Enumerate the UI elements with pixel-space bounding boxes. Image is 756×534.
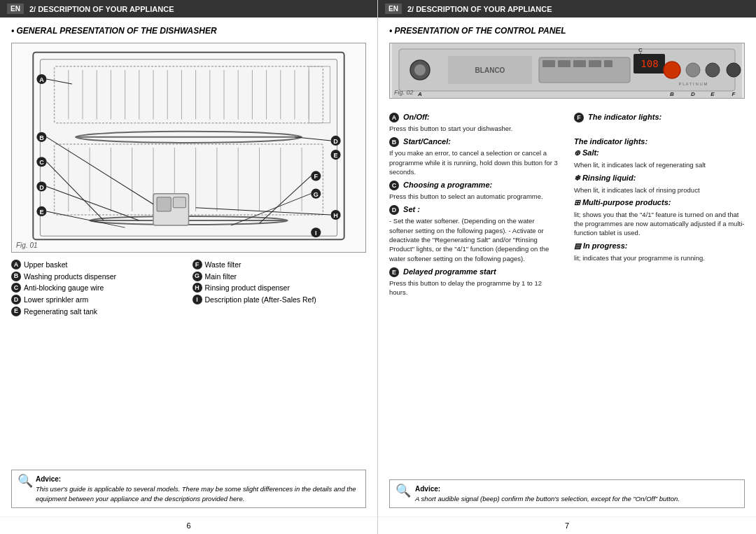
progress-label: In progress:: [583, 241, 628, 250]
rinsing-icon: ❄: [574, 174, 582, 182]
label-e: E Regenerating salt tank: [11, 307, 186, 317]
multipurpose-label: Multi-purpose products:: [582, 198, 671, 206]
svg-rect-83: [589, 60, 601, 67]
svg-point-87: [664, 62, 680, 78]
label-g: G Main filter: [192, 272, 367, 282]
svg-text:I: I: [315, 230, 317, 237]
desc-start-cancel: F The indicator lights:: [574, 113, 745, 133]
svg-text:D: D: [39, 184, 44, 191]
svg-point-88: [686, 63, 700, 77]
label-h: H Rinsing product dispenser: [192, 283, 367, 293]
svg-rect-82: [573, 60, 586, 67]
fig02-label: Fig. 02: [394, 89, 414, 96]
svg-text:B: B: [670, 91, 674, 97]
desc-delayed: E Delayed programme start Press this but…: [389, 267, 560, 297]
svg-text:A: A: [39, 76, 44, 83]
left-en-badge: EN: [7, 3, 24, 14]
svg-text:108: 108: [640, 58, 658, 69]
svg-point-98: [727, 63, 741, 77]
indicator-section: The indicator lights: ⊕ Salt: When lit, …: [574, 137, 745, 262]
svg-text:E: E: [39, 209, 43, 216]
label-d: D Lower sprinkler arm: [11, 295, 186, 305]
svg-text:C: C: [39, 159, 44, 166]
left-header-title: 2/ DESCRIPTION OF YOUR APPLIANCE: [29, 5, 174, 13]
svg-text:D: D: [691, 91, 695, 97]
indicator-progress: ▤ In progress:: [574, 241, 745, 250]
right-header-title: 2/ DESCRIPTION OF YOUR APPLIANCE: [407, 5, 552, 13]
indicator-lights-title: The indicator lights:: [574, 137, 745, 146]
control-panel-diagram: BLANCO 108: [389, 43, 745, 99]
svg-rect-41: [173, 197, 186, 208]
label-f: F Waste filter: [192, 260, 367, 270]
left-header: EN 2/ DESCRIPTION OF YOUR APPLIANCE: [0, 0, 377, 17]
label-c: C Anti-blocking gauge wire: [11, 283, 186, 293]
label-b: B Washing products dispenser: [11, 272, 186, 282]
desc-auto: C Choosing a programme: Press this butto…: [389, 181, 560, 201]
svg-rect-40: [157, 197, 171, 211]
fig01-label: Fig. 01: [16, 241, 38, 249]
right-section-title: • PRESENTATION OF THE CONTROL PANEL: [389, 26, 745, 36]
left-section-title: • GENERAL PRESENTATION OF THE DISHWASHER: [11, 26, 366, 36]
right-advice-text: A short audible signal (beep) confirm th…: [415, 494, 680, 503]
svg-text:BLANCO: BLANCO: [475, 66, 505, 74]
desc-set: D Set : - Set the water softener. (Depen…: [389, 205, 560, 262]
right-page-number: 7: [378, 517, 756, 534]
svg-text:E: E: [710, 91, 715, 97]
left-advice-box: 🔍 Advice: This user's guide is applicabl…: [11, 470, 366, 508]
svg-text:E: E: [334, 152, 338, 159]
advice-icon: 🔍: [18, 475, 31, 503]
left-page-number: 6: [0, 517, 377, 534]
right-en-badge: EN: [385, 3, 402, 14]
svg-text:A: A: [417, 91, 422, 97]
right-page: EN 2/ DESCRIPTION OF YOUR APPLIANCE • PR…: [378, 0, 756, 534]
label-a: A Upper basket: [11, 260, 186, 270]
multipurpose-icon: ⊞: [574, 198, 582, 206]
dishwasher-diagram: A B C D E: [11, 43, 366, 253]
left-page: EN 2/ DESCRIPTION OF YOUR APPLIANCE • GE…: [0, 0, 378, 534]
salt-icon: ⊕: [574, 148, 582, 157]
desc-choosing-programme: B Start/Cancel: If you make an error, to…: [389, 137, 560, 176]
desc-on-off: A On/Off: Press this button to start you…: [389, 113, 560, 133]
svg-text:P L A T I N U M: P L A T I N U M: [679, 82, 708, 86]
svg-text:C: C: [638, 47, 643, 53]
svg-text:B: B: [39, 134, 44, 141]
svg-point-76: [414, 64, 426, 76]
right-advice-icon: 🔍: [396, 484, 411, 503]
indicator-salt: ⊕ Salt:: [574, 148, 745, 157]
salt-label: Salt:: [582, 148, 599, 157]
svg-rect-81: [558, 60, 570, 67]
labels-grid: A Upper basket F Waste filter B Washing …: [11, 260, 366, 316]
right-header: EN 2/ DESCRIPTION OF YOUR APPLIANCE: [378, 0, 756, 17]
right-advice-title: Advice:: [415, 484, 680, 494]
svg-text:D: D: [333, 138, 338, 145]
right-advice-box: 🔍 Advice: A short audible signal (beep) …: [389, 479, 745, 508]
left-advice-title: Advice:: [36, 475, 360, 484]
svg-rect-80: [542, 60, 555, 67]
svg-text:F: F: [314, 173, 318, 180]
indicator-multipurpose: ⊞ Multi-purpose products:: [574, 198, 745, 206]
left-advice-text: This user's guide is applicable to sever…: [36, 484, 360, 503]
rinsing-label: Rinsing liquid:: [582, 174, 636, 182]
progress-icon: ▤: [574, 241, 583, 250]
svg-rect-84: [604, 60, 612, 67]
indicator-rinsing: ❄ Rinsing liquid:: [574, 174, 745, 182]
svg-text:G: G: [314, 191, 318, 198]
svg-text:H: H: [333, 212, 338, 219]
label-i: I Description plate (After-Sales Ref): [192, 295, 367, 305]
svg-point-89: [706, 63, 720, 77]
